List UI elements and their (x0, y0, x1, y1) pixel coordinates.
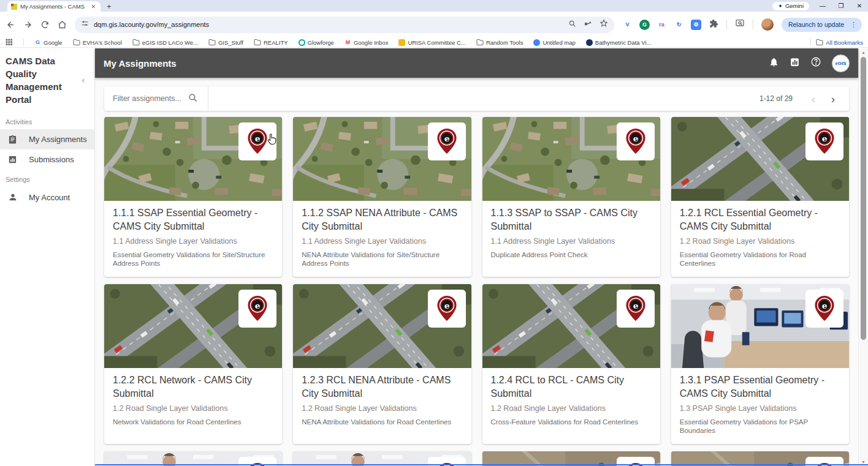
all-bookmarks-button[interactable]: All Bookmarks (816, 39, 863, 46)
assignment-card[interactable]: e 1.2.2 RCL Network - CAMS City Submitta… (104, 284, 282, 444)
next-page-icon[interactable]: › (826, 93, 840, 105)
filter-assignments-input[interactable] (113, 94, 188, 103)
relaunch-button[interactable]: Relaunch to update⋮ (782, 18, 862, 32)
sidebar-section-label: Settings (0, 170, 94, 187)
address-bar[interactable]: dqm.gis.lacounty.gov/my_assignments (75, 17, 614, 33)
sidebar-item-my-account[interactable]: My Account (0, 187, 94, 208)
assignment-card-image: e (104, 284, 282, 368)
egis-pin-logo: e (433, 295, 460, 322)
browser-window: My Assignments - CAMS Data Q ✕ + ✦Gemini… (0, 0, 868, 466)
browser-tab[interactable]: My Assignments - CAMS Data Q ✕ (7, 1, 101, 12)
svg-text:e: e (255, 133, 261, 143)
egis-pin-badge: e (617, 122, 655, 160)
scroll-up-icon[interactable]: ▲ (859, 50, 868, 54)
minimize-button[interactable]: — (818, 1, 828, 10)
egis-pin-logo: e (811, 128, 838, 155)
assignment-description: NENA Attribute Validations for Site/Stru… (302, 250, 462, 268)
bookmark-item[interactable]: eGIS ISD LACo We... (132, 39, 198, 46)
reports-poll-icon[interactable] (790, 57, 800, 70)
page-scrollbar[interactable]: ▲ ▼ (858, 48, 868, 466)
extensions-puzzle-icon[interactable] (709, 19, 718, 31)
bookmark-item[interactable]: GIS_Stuff (208, 39, 243, 46)
sidebar-item-my-assignments[interactable]: My Assignments (0, 129, 94, 149)
gear-extension-icon[interactable]: ⚙ (691, 20, 701, 30)
bookmark-item[interactable]: Bathymetric Data Vi... (586, 39, 652, 46)
sidebar-item-label: My Assignments (29, 135, 87, 144)
egis-pin-logo: e (811, 295, 838, 322)
previous-page-icon[interactable]: ‹ (806, 93, 821, 105)
assignment-title: 1.2.2 RCL Network - CAMS City Submittal (113, 374, 273, 400)
folder-icon (73, 39, 80, 45)
assignment-card[interactable]: e 1.1.2 SSAP NENA Attribute - CAMS City … (293, 117, 471, 277)
bookmark-item[interactable]: EVHA's School (73, 39, 122, 46)
chrome-menu-icon[interactable]: ⋮ (848, 21, 859, 29)
clipboard-icon (8, 135, 17, 144)
bookmark-star-icon[interactable] (600, 19, 608, 30)
help-icon[interactable] (810, 56, 821, 70)
assignment-description: NENA Attribute Validations for Road Cent… (302, 418, 462, 426)
profile-avatar[interactable] (761, 18, 774, 31)
assignment-card[interactable]: e 1.3.1 PSAP Essential Geometry - CAMS C… (671, 284, 849, 444)
svg-text:e: e (633, 133, 638, 143)
home-icon[interactable] (58, 20, 67, 29)
close-button[interactable]: ✕ (855, 1, 864, 10)
assignment-title: 1.2.1 RCL Essential Geometry - CAMS City… (680, 206, 840, 233)
restore-button[interactable]: ❐ (836, 1, 846, 10)
bookmark-label: Untitled map (542, 39, 575, 46)
sidebar-item-submissions[interactable]: Submissions (0, 149, 94, 170)
assignment-title: 1.2.4 RCL to RCL - CAMS City Submittal (491, 374, 652, 400)
assignment-card[interactable]: e 1.2.4 RCL to RCL - CAMS City Submittal… (482, 284, 660, 444)
egis-account-avatar[interactable]: eGIS (832, 54, 850, 72)
tune-icon[interactable] (81, 19, 89, 30)
sidebar: CAMS Data Quality Management Portal ‹ Ac… (0, 48, 95, 466)
g-extension-icon[interactable]: G (639, 20, 650, 30)
assignment-description: Essential Geometry Validations for Site/… (113, 250, 273, 268)
bookmark-item[interactable]: Untitled map (533, 39, 575, 46)
bookmark-item[interactable]: URISA Committee C... (398, 39, 466, 46)
collapse-sidebar-icon[interactable]: ‹ (82, 75, 85, 85)
zoom-icon[interactable] (568, 19, 576, 30)
scroll-down-icon[interactable]: ▼ (859, 460, 868, 464)
gemini-star-icon: ✦ (778, 3, 783, 9)
bookmark-item[interactable]: Glowforge (299, 39, 334, 46)
glowforge-icon (299, 39, 305, 46)
gemini-button[interactable]: ✦Gemini (772, 2, 809, 10)
assignment-category: 1.2 Road Single Layer Validations (113, 404, 273, 413)
bottom-accent-line (95, 464, 868, 465)
url-text[interactable]: dqm.gis.lacounty.gov/my_assignments (94, 21, 563, 28)
svg-text:e: e (822, 133, 828, 143)
forward-icon[interactable] (23, 20, 32, 29)
assignment-card-image: e (482, 284, 660, 368)
notifications-bell-icon[interactable] (769, 57, 779, 70)
bookmark-item[interactable]: REALITY (254, 39, 288, 46)
assignment-card[interactable]: e 1.2.1 RCL Essential Geometry - CAMS Ci… (671, 117, 849, 277)
ra-extension-icon[interactable]: ra (657, 20, 667, 30)
bookmark-label: GIS_Stuff (218, 39, 243, 46)
bookmark-label: Google Inbox (354, 39, 389, 46)
search-icon[interactable] (188, 92, 198, 105)
assignment-card[interactable]: e 1.1.1 SSAP Essential Geometry - CAMS C… (104, 117, 282, 277)
scrollbar-thumb[interactable] (861, 57, 866, 340)
assignment-card[interactable]: e 1.1.3 SSAP to SSAP - CAMS City Submitt… (482, 117, 660, 277)
reload-icon[interactable] (40, 20, 50, 29)
v-extension-icon[interactable]: V (622, 20, 633, 30)
screen-search-icon[interactable] (735, 18, 745, 31)
folder-icon (254, 39, 261, 45)
svg-text:e: e (255, 301, 261, 310)
pagination-label: 1-12 of 29 (760, 94, 793, 103)
assignment-card[interactable]: e 1.2.3 RCL NENA Attribute - CAMS City S… (293, 284, 471, 444)
assignment-card-image: e (104, 117, 282, 201)
bookmark-label: Random Tools (486, 39, 523, 46)
bookmark-item[interactable]: GGoogle (34, 39, 63, 46)
bookmark-label: REALITY (264, 39, 288, 46)
back-icon[interactable] (6, 20, 15, 29)
apps-grid-icon[interactable] (5, 38, 13, 47)
swirl-extension-icon[interactable]: ↻ (674, 20, 684, 30)
person-icon (8, 192, 18, 202)
new-tab-button[interactable]: + (107, 1, 112, 12)
site-favicon (11, 4, 17, 10)
bookmark-item[interactable]: MGoogle Inbox (345, 39, 389, 46)
passwords-key-icon[interactable] (584, 19, 592, 30)
bookmark-item[interactable]: Random Tools (476, 39, 523, 46)
tab-close-icon[interactable]: ✕ (89, 4, 97, 10)
